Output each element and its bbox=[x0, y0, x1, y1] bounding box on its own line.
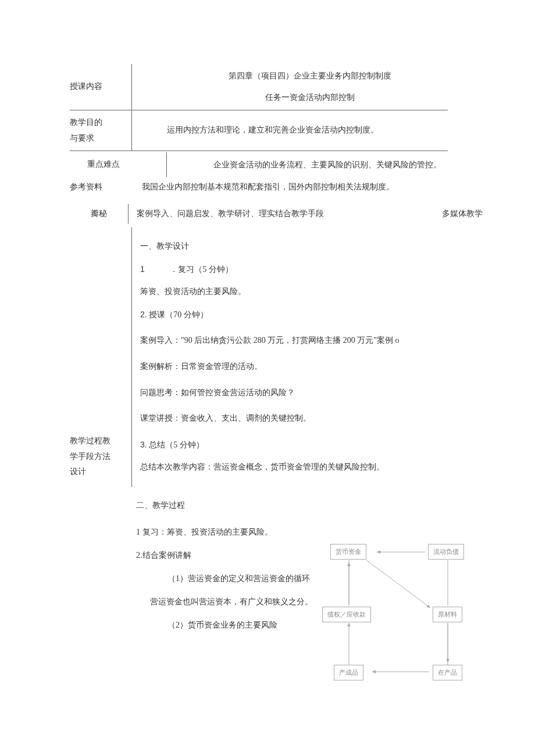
design-item1: 1 ．复习（5 分钟） bbox=[140, 261, 479, 278]
design-item2-l2: 案例解析：日常资金管理的活动。 bbox=[140, 359, 479, 375]
process-label: 教学过程教 学手段方法 设计 bbox=[70, 227, 132, 487]
process-p1: 1 复习：筹资、投资活动的主要风险。 bbox=[136, 524, 483, 540]
keypoints-label: 重点难点 bbox=[70, 152, 166, 177]
design-section: 一、教学设计 1 ．复习（5 分钟） 筹资、投资活动的主要风险。 2. 授课（7… bbox=[132, 227, 483, 487]
diagram-box-raw: 原材料 bbox=[433, 607, 462, 622]
course-content-label: 授课内容 bbox=[70, 64, 132, 110]
diagram-box-recv: 债权／应收款 bbox=[322, 607, 371, 622]
media-label: 多媒体教学 bbox=[413, 204, 483, 224]
diagram-box-finished: 产成品 bbox=[334, 665, 363, 675]
design-item2-l3: 问题思考：如何管控资金营运活动的风险？ bbox=[140, 385, 479, 401]
design-item2-l1: 案例导入："90 后出纳贪污公款 280 万元，打赏网络主播 200 万元"案例… bbox=[140, 333, 479, 349]
diagram-box-cash: 货币资金 bbox=[330, 544, 366, 560]
reference-value: 我国企业内部控制基本规范和配套指引，国外内部控制相关法规制度。 bbox=[128, 181, 483, 194]
svg-line-1 bbox=[366, 560, 430, 608]
design-item2-l4: 课堂讲授：资金收入、支出、调剂的关键控制。 bbox=[140, 411, 479, 427]
course-content-value: 第四章（项目四）企业主要业务内部控制制度 任务一资金活动内部控制 bbox=[132, 64, 483, 110]
flow-diagram: 货币资金 流动负债 债权／应收款 原材料 产成品 在产品 bbox=[308, 539, 483, 675]
diagram-box-wip: 在产品 bbox=[433, 665, 462, 675]
design-item1-body: 筹资、投资活动的主要风险。 bbox=[140, 284, 479, 300]
keypoints-value: 企业资金活动的业务流程、主要风险的识别、关键风险的管控。 bbox=[166, 152, 483, 177]
diagram-box-liab: 流动负债 bbox=[428, 544, 464, 560]
method-label: 瓣秘 bbox=[70, 204, 129, 224]
objective-label: 教学目的 与要求 bbox=[70, 110, 132, 151]
design-item2: 2. 授课（70 分钟） bbox=[140, 307, 479, 323]
method-text: 案例导入、问题启发、教学研讨、理实结合教学手段 bbox=[129, 204, 413, 224]
course-title-1: 第四章（项目四）企业主要业务内部控制制度 bbox=[140, 69, 479, 84]
reference-label: 参考资料 bbox=[70, 181, 128, 194]
design-heading: 一、教学设计 bbox=[140, 239, 479, 255]
design-item3: 3. 总结（5 分钟） bbox=[140, 437, 479, 453]
design-item3-body: 总结本次教学内容：营运资金概念，货币资金管理的关键风险控制。 bbox=[140, 460, 479, 475]
process-heading: 二、教学过程 bbox=[136, 497, 483, 514]
course-title-2: 任务一资金活动内部控制 bbox=[140, 90, 479, 106]
objective-value: 运用内控方法和理论，建立和完善企业资金活动内控制度。 bbox=[132, 110, 483, 151]
